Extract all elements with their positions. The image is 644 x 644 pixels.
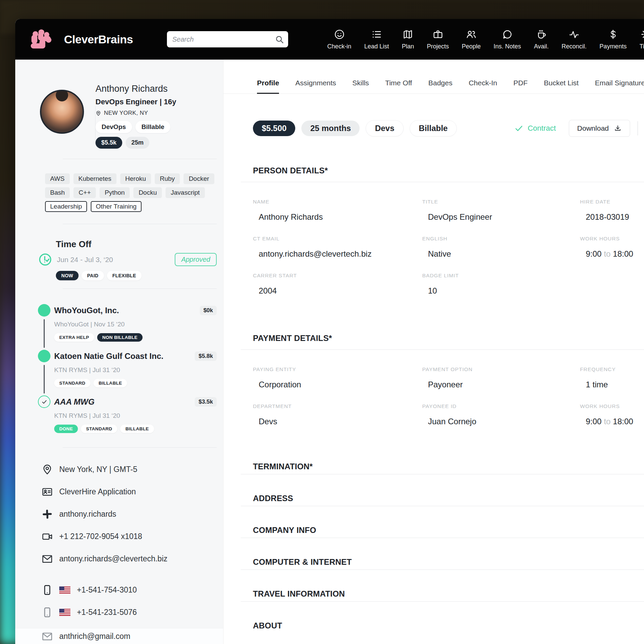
project-item[interactable]: Katoen Natie Gulf Coast Inc. $5.8k KTN R… <box>38 350 217 387</box>
profile-tag-billable[interactable]: Billable <box>135 121 171 133</box>
nav-item-label: Projects <box>427 43 449 50</box>
section-title[interactable]: TERMINATION* <box>253 462 644 471</box>
nav-item-time[interactable]: Time <box>640 29 644 50</box>
brand[interactable]: CleverBrains <box>29 28 133 50</box>
nav-item-people[interactable]: People <box>462 29 481 50</box>
section-title[interactable]: COMPUTER & INTERNET <box>253 557 644 567</box>
tab-email-signature[interactable]: Email Signature <box>595 79 644 94</box>
search-input[interactable] <box>172 36 275 43</box>
sidebar-divider <box>63 159 217 159</box>
nav-item-projects[interactable]: Projects <box>427 29 449 50</box>
training-tag[interactable]: Other Training <box>91 201 142 212</box>
coffee-cup-icon <box>536 29 547 40</box>
summary-divider <box>638 121 638 135</box>
us-flag-icon <box>59 584 70 596</box>
time-off-status-badge: Approved <box>175 253 217 266</box>
field-payonee-id: PAYONEE ID Juan Cornejo <box>422 403 580 426</box>
summary-row: $5.500 25 months Devs Billable Contract … <box>253 120 638 137</box>
chat-bubble-icon <box>502 29 513 40</box>
field-work-hours: WORK HOURS 9:00 to 18:00 <box>580 236 644 259</box>
download-icon <box>614 125 622 132</box>
skill-tag[interactable]: C++ <box>73 187 96 198</box>
avatar[interactable] <box>40 90 84 134</box>
contact-row-mobile-1[interactable]: +1-541-754-3010 <box>42 584 223 596</box>
skill-tag[interactable]: Docker <box>184 173 214 184</box>
nav-item-label: Payments <box>600 43 627 50</box>
tab-assignments[interactable]: Assignments <box>295 79 336 94</box>
section-title[interactable]: ABOUT <box>253 621 644 630</box>
search-box[interactable] <box>167 31 288 47</box>
dollar-icon <box>607 29 619 40</box>
summary-duration-badge: 25 months <box>301 121 360 136</box>
brand-name: CleverBrains <box>64 33 133 46</box>
section-title[interactable]: TRAVEL INFORMATION <box>253 589 644 599</box>
time-off-tag: NOW <box>56 271 79 280</box>
field-carrer-start: CARRER START 2004 <box>253 273 422 296</box>
tab-badges[interactable]: Badges <box>428 79 452 94</box>
field-english: ENGLISH Native <box>422 236 580 259</box>
field-badge-limit: BADGE LIMIT 10 <box>422 273 580 296</box>
smartphone-icon <box>42 607 53 618</box>
company-info-section: COMPANY INFO <box>253 525 644 538</box>
contact-row-work-email[interactable]: antony.richards@clevertech.biz <box>42 553 223 565</box>
search-icon[interactable] <box>275 35 284 44</box>
profile-divider <box>95 106 95 141</box>
project-amount-badge: $0k <box>200 306 217 315</box>
section-title: PAYMENT DETAILS* <box>253 334 644 343</box>
tab-profile[interactable]: Profile <box>257 79 279 94</box>
section-title: PERSON DETAILS* <box>253 166 644 175</box>
top-nav: CleverBrains Check-in Lead List <box>15 19 644 60</box>
skill-tag[interactable]: Docku <box>133 187 162 198</box>
skill-tag[interactable]: Python <box>100 187 130 198</box>
nav-item-reconcil[interactable]: Reconcil. <box>562 29 587 50</box>
skill-tag[interactable]: Heroku <box>120 173 151 184</box>
project-amount-badge: $3.5k <box>195 397 217 407</box>
section-divider <box>241 570 644 570</box>
skill-tag[interactable]: Kubernetes <box>73 173 116 184</box>
section-title[interactable]: COMPANY INFO <box>253 525 644 535</box>
tab-time-off[interactable]: Time Off <box>385 79 412 94</box>
nav-item-ins-notes[interactable]: Ins. Notes <box>494 29 521 50</box>
contact-row-timezone[interactable]: New York, NY | GMT-5 <box>42 463 223 475</box>
contact-row-cleverhire[interactable]: CleverHire Application <box>42 486 223 498</box>
contact-row-mobile-2[interactable]: +1-541-231-5076 <box>42 606 223 618</box>
skill-tag[interactable]: Ruby <box>155 173 180 184</box>
summary-dept-badge: Devs <box>366 120 403 136</box>
section-title[interactable]: ADDRESS <box>253 494 644 503</box>
tab-bucket-list[interactable]: Bucket List <box>544 79 579 94</box>
skill-tag[interactable]: Bash <box>45 187 70 198</box>
skill-tag[interactable]: AWS <box>45 173 70 184</box>
nav-item-lead-list[interactable]: Lead List <box>364 29 389 50</box>
contact-row-personal-email[interactable]: anthrich@gmail.com <box>15 628 223 644</box>
download-button[interactable]: Download <box>569 120 630 137</box>
contact-row-conference-phone[interactable]: +1 212-702-9054 x1018 <box>42 530 223 542</box>
project-item[interactable]: AAA MWG $3.5k KTN RYMS | Jul 31 ‘20 DONE… <box>38 395 217 433</box>
summary-rate-badge: $5.500 <box>253 121 295 136</box>
project-tag: BILLABLE <box>93 379 127 387</box>
project-tag: NON BILLABLE <box>97 333 143 342</box>
tab-pdf[interactable]: PDF <box>513 79 528 94</box>
time-off-alert-icon <box>38 253 52 266</box>
nav-item-plan[interactable]: Plan <box>402 29 414 50</box>
profile-tag-devops[interactable]: DevOps <box>95 121 132 133</box>
section-divider <box>241 349 644 350</box>
nav-item-payments[interactable]: Payments <box>600 29 627 50</box>
video-camera-icon <box>42 531 53 542</box>
tab-check-in[interactable]: Check-In <box>469 79 497 94</box>
nav-item-avail[interactable]: Avail. <box>534 29 549 50</box>
contract-link[interactable]: Contract <box>515 124 556 133</box>
address-section: ADDRESS <box>253 494 644 506</box>
payment-details-section: PAYMENT DETAILS* PAYING ENTITY Corporati… <box>253 334 644 426</box>
time-off-range: Jun 24 - Jul 3, ‘20 <box>57 256 113 264</box>
field-work-hours: WORK HOURS 9:00 to 18:00 <box>580 403 644 426</box>
contact-row-slack[interactable]: anthony.richards <box>42 508 223 520</box>
list-icon <box>371 29 382 40</box>
nav-item-label: Lead List <box>364 43 389 50</box>
id-card-icon <box>42 486 53 497</box>
nav-item-check-in[interactable]: Check-in <box>327 29 351 50</box>
training-tag[interactable]: Leadership <box>45 201 87 212</box>
slack-icon <box>42 509 53 520</box>
project-item[interactable]: WhoYouGot, Inc. $0k WhoYouGot | Nov 15 ‘… <box>38 304 217 342</box>
skill-tag[interactable]: Javascript <box>166 187 205 198</box>
tab-skills[interactable]: Skills <box>352 79 369 94</box>
